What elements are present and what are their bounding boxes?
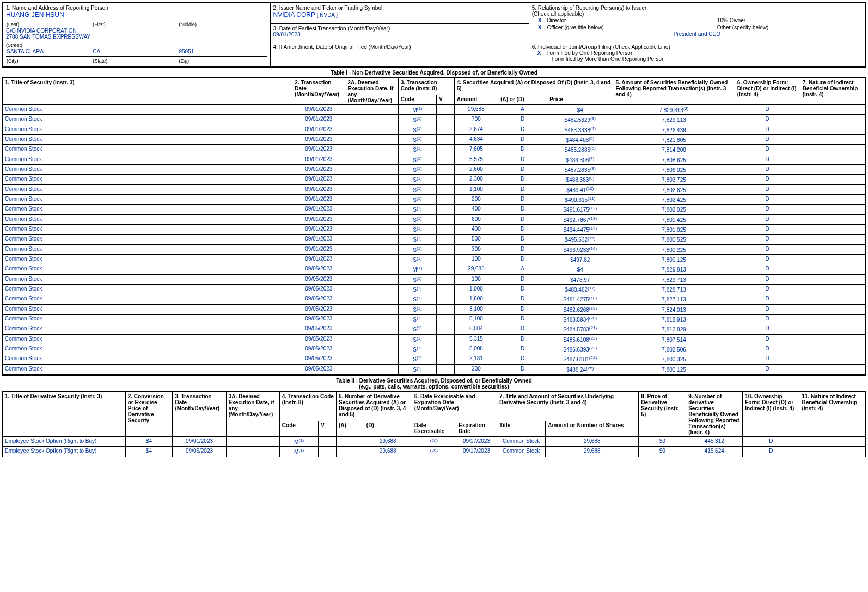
price: $485.6108(22): [547, 334, 613, 344]
a-or-d: D: [498, 125, 547, 134]
expiration-date: 09/17/2023: [456, 436, 497, 446]
table1: 1. Title of Security (Instr. 3) 2. Trans…: [2, 78, 866, 374]
trans-date: 09/01/2023: [292, 224, 345, 234]
ownership-form: D: [735, 184, 800, 194]
owned-after: 7,803,725: [613, 175, 735, 184]
owned-after: 7,829,713: [613, 274, 735, 284]
owned-after: 7,801,025: [613, 224, 735, 234]
owned-after: 7,829,813(2): [613, 105, 735, 115]
owned-after: 7,807,514: [613, 334, 735, 344]
trans-code: S(1): [398, 344, 437, 354]
security-title: Common Stock: [3, 115, 292, 125]
trans-code: M(1): [398, 105, 437, 115]
ownership-form: D: [743, 436, 799, 446]
table-row: Common Stock09/01/2023S(1)100D$497.827,8…: [3, 254, 866, 264]
amount: 2,674: [454, 125, 498, 134]
trans-code: S(1): [398, 134, 437, 144]
a-or-d: D: [498, 334, 547, 344]
security-title: Common Stock: [3, 184, 292, 194]
security-title: Common Stock: [3, 314, 292, 324]
trans-date: 09/05/2023: [292, 364, 345, 374]
issuer-link[interactable]: NVIDIA CORP: [273, 11, 315, 18]
amount: 2,600: [454, 164, 498, 174]
trans-date: 09/05/2023: [292, 314, 345, 324]
ownership-form: D: [735, 155, 800, 164]
deemed-date: [345, 175, 398, 184]
v-col: [437, 314, 454, 324]
v-col: [437, 125, 454, 134]
owned-after: 7,801,425: [613, 214, 735, 224]
ownership-form: D: [735, 264, 800, 274]
trans-code: S(1): [398, 284, 437, 294]
v-col: [437, 304, 454, 314]
opt-officer: Officer (give title below): [547, 24, 603, 30]
box4-title: 4. If Amendment, Date of Original Filed …: [273, 44, 526, 50]
v-col: [437, 105, 454, 115]
amount: 29,688: [454, 105, 498, 115]
indirect-nature: [799, 436, 866, 446]
a-or-d: D: [498, 284, 547, 294]
opt-individual: Form filed by One Reporting Person: [546, 50, 633, 56]
ownership-form: D: [735, 164, 800, 174]
amount: 1,600: [454, 294, 498, 304]
table-row: Common Stock09/01/2023S(1)400D$491.6175(…: [3, 205, 866, 214]
amount: 1,000: [454, 284, 498, 294]
indirect-nature: [799, 447, 866, 457]
deemed-date: [345, 224, 398, 234]
header-table: 1. Name and Address of Reporting Person …: [2, 2, 866, 67]
deriv-owned: 445,312: [686, 436, 743, 446]
amount: 5,575: [454, 155, 498, 164]
date-exercisable: (26): [412, 436, 456, 446]
ownership-form: D: [735, 175, 800, 184]
security-title: Common Stock: [3, 125, 292, 134]
deemed-date: [345, 274, 398, 284]
a-or-d: D: [498, 354, 547, 364]
ownership-form: D: [735, 194, 800, 204]
underlying-shares: 29,688: [546, 447, 639, 457]
trans-code: S(1): [398, 274, 437, 284]
amount: 600: [454, 214, 498, 224]
trans-date: 09/01/2023: [292, 145, 345, 155]
acquired: [336, 436, 364, 446]
owned-after: 7,808,625: [613, 155, 735, 164]
opt-joint: Form filed by More than One Reporting Pe…: [552, 56, 665, 62]
trans-code: M(1): [279, 436, 318, 446]
amount: 500: [454, 235, 498, 244]
indirect-nature: [800, 364, 865, 374]
underlying-shares: 29,688: [546, 436, 639, 446]
trans-code: S(1): [398, 364, 437, 374]
security-title: Common Stock: [3, 134, 292, 144]
table2: 1. Title of Derivative Security (Instr. …: [2, 392, 866, 457]
t2h-c2: 2. Conversion or Exercise Price of Deriv…: [125, 392, 173, 436]
table-row: Common Stock09/01/2023S(1)500D$495.632(1…: [3, 235, 866, 244]
trans-date: 09/01/2023: [292, 244, 345, 254]
owned-after: 7,800,325: [613, 354, 735, 364]
box5-title: 5. Relationship of Reporting Person(s) t…: [532, 5, 862, 11]
deemed-date: [345, 324, 398, 334]
security-title: Common Stock: [3, 304, 292, 314]
owned-after: 7,821,805: [613, 134, 735, 144]
price: $482.6268(19): [547, 304, 613, 314]
trans-code: S(1): [398, 244, 437, 254]
indirect-nature: [800, 115, 865, 125]
t2h-d: (D): [364, 421, 412, 436]
price: $495.632(15): [547, 235, 613, 244]
indirect-nature: [800, 184, 865, 194]
a-or-d: D: [498, 294, 547, 304]
t2-title: Table II - Derivative Securities Acquire…: [2, 374, 866, 392]
deemed-date: [345, 155, 398, 164]
trans-code: S(1): [398, 125, 437, 134]
a-or-d: D: [498, 145, 547, 155]
table-row: Employee Stock Option (Right to Buy)$409…: [3, 436, 866, 446]
underlying-title: Common Stock: [497, 447, 546, 457]
reporting-person-link[interactable]: HUANG JEN HSUN: [6, 11, 267, 18]
deemed-date: [345, 344, 398, 354]
trans-date: 09/01/2023: [292, 205, 345, 214]
trans-date: 09/01/2023: [292, 115, 345, 125]
table-row: Common Stock09/05/2023S(1)2,181D$487.618…: [3, 354, 866, 364]
table-row: Common Stock09/01/2023M(1)29,688A$47,829…: [3, 105, 866, 115]
t1h-ad: (A) or (D): [498, 95, 547, 104]
table-row: Common Stock09/05/2023S(1)6,084D$484.578…: [3, 324, 866, 334]
city-value: SANTA CLARA: [6, 48, 92, 55]
security-title: Common Stock: [3, 294, 292, 304]
